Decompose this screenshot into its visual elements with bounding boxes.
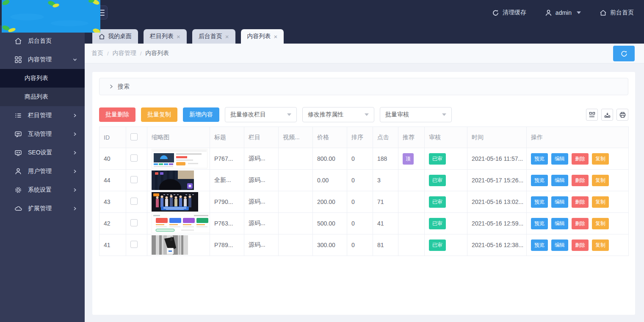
thumbnail-image[interactable] [152,235,188,255]
sidebar-item-label: 扩展管理 [28,205,73,212]
front-home-label: 前台首页 [610,9,634,17]
cell-id: 42 [100,213,126,234]
edit-button[interactable]: 编辑 [551,239,568,251]
sidebar-item-interaction-mgmt[interactable]: 互动管理 [0,125,85,143]
review-status-badge: 已审 [429,239,446,251]
sidebar-item-extension-mgmt[interactable]: 扩展管理 [0,199,85,218]
refresh-icon [492,9,499,17]
copy-button[interactable]: 复制 [592,153,609,165]
preview-button[interactable]: 预览 [531,218,548,229]
batch-review-select[interactable]: 批量审核 [380,107,452,122]
column-filter-button[interactable] [586,109,598,121]
thumbnail-image[interactable] [152,149,207,168]
sidebar-item-content-mgmt[interactable]: 内容管理 [0,50,85,69]
cell-video [279,234,313,256]
sidebar-item-user-mgmt[interactable]: 用户管理 [0,162,85,181]
breadcrumb-home[interactable]: 首页 [91,50,103,57]
row-checkbox[interactable] [130,198,138,205]
header-price: 价格 [313,127,347,148]
table-row: 40 P767... 源码... 800.00 0 188 顶 已审 20 [100,148,629,170]
preview-button[interactable]: 预览 [531,196,548,208]
search-collapse-toggle[interactable]: 搜索 [99,78,628,95]
edit-button[interactable]: 编辑 [551,196,568,208]
breadcrumb-separator: / [107,50,109,57]
row-checkbox[interactable] [130,154,138,162]
change-recommend-select[interactable]: 修改推荐属性 [302,107,374,122]
cell-clicks: 41 [373,213,398,234]
cell-sort: 0 [347,191,373,213]
home-icon [99,33,105,40]
tab-close-icon[interactable]: × [177,33,180,40]
cell-clicks: 81 [373,234,398,256]
delete-button[interactable]: 删除 [572,239,589,251]
tab-column-list[interactable]: 栏目列表 × [144,29,187,44]
sidebar-item-label: 商品列表 [25,93,48,101]
batch-copy-button[interactable]: 批量复制 [141,107,177,122]
preview-button[interactable]: 预览 [531,175,548,186]
cell-price: 0.00 [313,170,347,191]
cell-price: 500.00 [313,213,347,234]
cell-time: 2021-05-16 11:57... [467,148,527,170]
export-button[interactable] [601,109,613,121]
edit-button[interactable]: 编辑 [551,218,568,229]
sidebar-item-column-mgmt[interactable]: 栏目管理 [0,106,85,125]
preview-button[interactable]: 预览 [531,239,548,251]
cell-title: P789... [210,234,244,256]
delete-button[interactable]: 删除 [572,153,589,165]
print-button[interactable] [616,109,628,121]
row-checkbox[interactable] [130,176,138,183]
delete-button[interactable]: 删除 [572,196,589,208]
select-value: 批量审核 [385,111,409,118]
user-icon [545,9,552,17]
user-menu[interactable]: admin [545,9,581,17]
edit-button[interactable]: 编辑 [551,153,568,165]
row-checkbox[interactable] [130,241,138,248]
site-logo[interactable] [2,0,100,33]
cell-clicks: 188 [373,148,398,170]
select-all-checkbox[interactable] [130,133,138,140]
copy-button[interactable]: 复制 [592,175,609,186]
tab-content-list[interactable]: 内容列表 × [241,29,284,44]
cell-title: P763... [210,213,244,234]
copy-button[interactable]: 复制 [592,218,609,229]
cell-id: 41 [100,234,126,256]
chevron-right-icon [73,151,77,155]
copy-button[interactable]: 复制 [592,239,609,251]
gear-icon [14,186,22,194]
sidebar-item-goods-list[interactable]: 商品列表 [0,88,85,106]
thumbnail-image[interactable] [152,171,194,190]
review-status-badge: 已审 [429,153,446,165]
batch-change-category-select[interactable]: 批量修改栏目 [225,107,297,122]
chevron-right-icon [73,206,77,211]
sidebar-item-label: 栏目管理 [28,112,73,119]
breadcrumb-content-mgmt[interactable]: 内容管理 [113,50,136,57]
header-review: 审核 [425,127,467,148]
tab-label: 栏目列表 [150,33,174,40]
delete-button[interactable]: 删除 [572,218,589,229]
sidebar-item-content-list[interactable]: 内容列表 [0,69,85,88]
header-ops: 操作 [527,127,629,148]
thumbnail-image[interactable] [152,214,210,233]
table-row: 41 P789... 源码... 300.00 0 81 已审 2021 [100,234,629,256]
monitor-icon [14,149,22,157]
clear-cache-button[interactable]: 清理缓存 [492,9,526,17]
refresh-page-button[interactable] [613,46,635,61]
sidebar-item-seo-settings[interactable]: SEO设置 [0,143,85,162]
edit-button[interactable]: 编辑 [551,175,568,186]
sidebar-item-dashboard[interactable]: 后台首页 [0,32,85,50]
cell-title: P767... [210,148,244,170]
add-content-button[interactable]: 新增内容 [183,107,219,122]
thumbnail-image[interactable] [152,192,198,212]
tab-backend-home[interactable]: 后台首页 × [192,29,235,44]
copy-button[interactable]: 复制 [592,196,609,208]
sidebar-submenu: 内容列表 商品列表 [0,69,85,106]
header-video: 视频... [279,127,313,148]
batch-delete-button[interactable]: 批量删除 [99,107,135,122]
front-home-link[interactable]: 前台首页 [600,9,634,17]
tab-close-icon[interactable]: × [225,33,229,40]
tab-close-icon[interactable]: × [274,33,278,40]
row-checkbox[interactable] [130,219,138,226]
sidebar-item-system-settings[interactable]: 系统设置 [0,181,85,199]
delete-button[interactable]: 删除 [572,175,589,186]
preview-button[interactable]: 预览 [531,153,548,165]
